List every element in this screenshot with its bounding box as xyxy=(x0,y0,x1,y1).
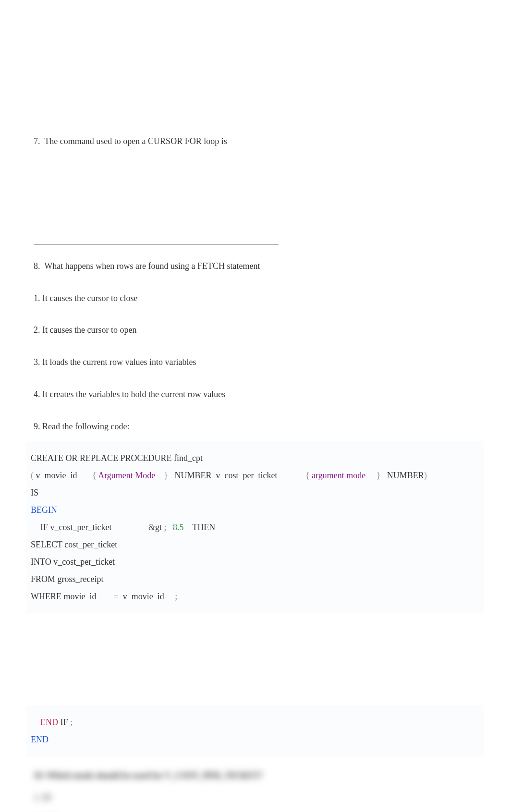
code-block-1: CREATE OR REPLACE PROCEDURE find_cpt ( v… xyxy=(26,441,484,614)
code-line-endif: END IF ; xyxy=(31,714,479,731)
blur-option: 1. IN xyxy=(34,791,476,805)
code-line: IS xyxy=(31,484,479,501)
question-8: 8. What happens when rows are found usin… xyxy=(34,259,476,273)
q8-option-3: 3. It loads the current row values into … xyxy=(34,355,476,369)
question-7: 7. The command used to open a CURSOR FOR… xyxy=(34,134,476,148)
q8-option-1: 1. It causes the cursor to close xyxy=(34,291,476,305)
question-9: 9. Read the following code: xyxy=(34,420,476,434)
code-line: IF v_cost_per_ticket &gt ; 8.5 THEN xyxy=(31,519,479,536)
answer-blank-line xyxy=(34,244,279,245)
q8-option-2: 2. It causes the cursor to open xyxy=(34,323,476,337)
code-line-begin: BEGIN xyxy=(31,501,479,519)
code-line: SELECT cost_per_ticket xyxy=(31,536,479,553)
code-line-end: END xyxy=(31,731,479,748)
code-line: ( v_movie_id { Argument Mode } NUMBER v_… xyxy=(31,467,479,484)
code-line: WHERE movie_id = v_movie_id ; xyxy=(31,588,479,605)
code-line: FROM gross_receipt xyxy=(31,570,479,588)
code-block-2: END IF ; END xyxy=(26,705,484,757)
code-line: CREATE OR REPLACE PROCEDURE find_cpt xyxy=(31,449,479,467)
blur-question-10: 10. Which mode should be used for V_COST… xyxy=(34,769,476,783)
blurred-content: 10. Which mode should be used for V_COST… xyxy=(34,769,476,812)
code-line: INTO v_cost_per_ticket xyxy=(31,553,479,570)
q8-option-4: 4. It creates the variables to hold the … xyxy=(34,388,476,401)
page-break-gap xyxy=(26,621,484,698)
